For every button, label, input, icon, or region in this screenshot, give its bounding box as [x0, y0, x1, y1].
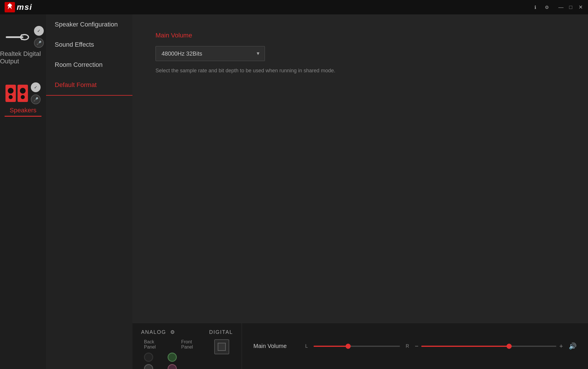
- nav-item-default-format[interactable]: Default Format: [46, 75, 132, 96]
- nav-item-sound-effects[interactable]: Sound Effects: [46, 35, 132, 55]
- hint-text: Select the sample rate and bit depth to …: [155, 67, 565, 75]
- device-sidebar: ✓ 🎤 Realtek Digital Output: [0, 14, 46, 369]
- digital-port-inner: [218, 343, 226, 351]
- main-content: Main Volume 44100Hz 16Bits 44100Hz 24Bit…: [132, 14, 588, 369]
- analog-section: ANALOG ⚙ DIGITAL Back Panel Front Panel: [132, 323, 242, 369]
- msi-dragon-icon: [5, 2, 15, 12]
- volume-slider-container: − + 🔊: [415, 342, 576, 350]
- digital-label: DIGITAL: [209, 329, 233, 335]
- speakers-check-input: 🎤: [31, 94, 41, 104]
- analog-gear-icon[interactable]: ⚙: [170, 329, 175, 335]
- msi-brand-text: msi: [17, 3, 32, 12]
- balance-slider-thumb[interactable]: [346, 344, 351, 349]
- speaker-box-right: [18, 85, 28, 102]
- front-panel-label: Front Panel: [181, 339, 204, 350]
- restore-button[interactable]: □: [568, 4, 574, 10]
- titlebar-controls: ℹ ⚙ — □ ✕: [532, 4, 583, 10]
- speaker-circle2-bottom: [21, 95, 25, 99]
- titlebar-left: msi: [5, 2, 32, 12]
- jack-back-1[interactable]: [144, 353, 153, 362]
- window-controls: — □ ✕: [558, 4, 583, 10]
- nav-item-speaker-config[interactable]: Speaker Configuration: [46, 14, 132, 35]
- nav-menu: Speaker Configuration Sound Effects Room…: [46, 14, 132, 369]
- balance-slider-fill: [314, 346, 348, 347]
- jack-back-2[interactable]: [144, 364, 153, 369]
- volume-slider-fill: [421, 346, 509, 347]
- plug-svg: [4, 29, 30, 45]
- speaker-circle-top: [8, 88, 14, 94]
- volume-slider[interactable]: [421, 346, 556, 347]
- back-panel-label: Back Panel: [144, 339, 167, 350]
- speaker-circle-bottom: [9, 95, 13, 99]
- realtek-plug-icon: [2, 28, 31, 46]
- digital-port-icon[interactable]: [214, 339, 229, 354]
- format-dropdown[interactable]: 44100Hz 16Bits 44100Hz 24Bits 44100Hz 32…: [155, 46, 265, 61]
- minimize-button[interactable]: —: [558, 4, 564, 10]
- jack-front-2[interactable]: [168, 364, 177, 369]
- jack-row-1: [141, 353, 204, 362]
- digital-icon-area: [204, 339, 233, 354]
- vol-minus-button[interactable]: −: [415, 342, 418, 350]
- titlebar: msi ℹ ⚙ — □ ✕: [0, 0, 588, 14]
- device-item-realtek[interactable]: ✓ 🎤 Realtek Digital Output: [0, 23, 46, 68]
- speakers-device-label: Speakers: [10, 107, 37, 114]
- info-icon[interactable]: ℹ: [532, 4, 538, 10]
- msi-logo: msi: [5, 2, 32, 12]
- realtek-check-output: ✓: [34, 26, 44, 36]
- device-item-speakers[interactable]: ✓ 🎤 Speakers: [0, 80, 46, 120]
- realtek-check-input: 🎤: [34, 38, 44, 48]
- speaker-box-left: [5, 85, 16, 102]
- vol-r-label: R: [406, 344, 409, 349]
- settings-icon[interactable]: ⚙: [544, 4, 550, 10]
- bottom-bar: ANALOG ⚙ DIGITAL Back Panel Front Panel: [132, 323, 588, 369]
- speakers-check-group: ✓ 🎤: [31, 82, 41, 104]
- realtek-check-group: ✓ 🎤: [34, 26, 44, 48]
- speakers-active-underline: [5, 116, 41, 117]
- volume-row-1: Main Volume L R − + 🔊: [253, 342, 576, 350]
- jack-front-1[interactable]: [168, 353, 177, 362]
- svg-point-2: [8, 4, 9, 5]
- svg-point-3: [11, 4, 12, 5]
- analog-jacks-area: Back Panel Front Panel: [141, 339, 204, 369]
- speakers-icon-area: ✓ 🎤: [5, 82, 41, 104]
- realtek-icon-area: ✓ 🎤: [2, 26, 44, 48]
- app-body: ✓ 🎤 Realtek Digital Output: [0, 14, 588, 369]
- vol-plus-button[interactable]: +: [559, 342, 563, 350]
- speakers-check-output: ✓: [31, 82, 41, 92]
- main-volume-label: Main Volume: [155, 32, 565, 39]
- panel-labels: Back Panel Front Panel: [141, 339, 204, 350]
- speakers-graphic: [5, 85, 28, 102]
- realtek-device-label: Realtek Digital Output: [0, 50, 46, 65]
- volume-slider-thumb[interactable]: [507, 344, 512, 349]
- jack-row-2: [141, 364, 204, 369]
- analog-label: ANALOG: [141, 329, 166, 335]
- analog-header: ANALOG ⚙ DIGITAL: [141, 329, 233, 335]
- volume-section: Main Volume L R − + 🔊: [242, 323, 588, 369]
- close-button[interactable]: ✕: [578, 4, 583, 10]
- format-dropdown-wrapper[interactable]: 44100Hz 16Bits 44100Hz 24Bits 44100Hz 32…: [155, 46, 265, 61]
- balance-slider[interactable]: [314, 346, 400, 347]
- volume-label: Main Volume: [253, 343, 299, 349]
- nav-item-room-correction[interactable]: Room Correction: [46, 55, 132, 75]
- speaker-icon: 🔊: [569, 342, 576, 350]
- speaker-circle2-top: [20, 88, 26, 94]
- vol-l-label: L: [305, 344, 308, 349]
